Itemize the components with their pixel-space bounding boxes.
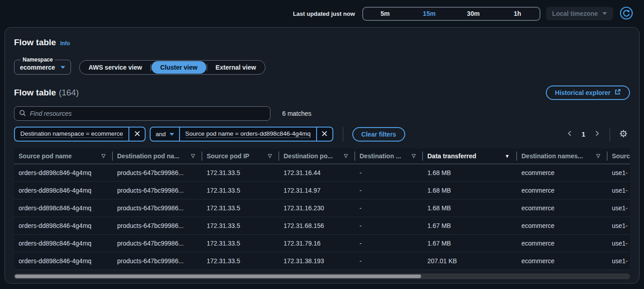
filter-operator-label: and bbox=[156, 131, 166, 137]
column-header-destination-service[interactable]: Destination ...▽ bbox=[355, 148, 423, 164]
namespace-select[interactable]: Namespace ecommerce bbox=[14, 57, 71, 75]
table-cell-destination-pod-name: products-647bc99986... bbox=[113, 164, 202, 181]
column-header-source-pod-ip[interactable]: Source pod IP▽ bbox=[202, 148, 279, 164]
refresh-button[interactable] bbox=[619, 6, 634, 21]
table-row[interactable]: orders-dd898c846-4g4mqproducts-647bc9998… bbox=[14, 252, 630, 270]
table-cell-data-transferred: 1.68 MB bbox=[423, 199, 517, 217]
filter-token-text[interactable]: Destination namespace = ecommerce bbox=[15, 128, 128, 141]
table-cell-destination-pod-ip: 172.31.79.16 bbox=[279, 234, 355, 252]
table-cell-destination-service: - bbox=[355, 234, 423, 252]
clear-filters-button[interactable]: Clear filters bbox=[352, 127, 405, 142]
divider bbox=[343, 127, 343, 142]
time-range-30m[interactable]: 30m bbox=[451, 8, 496, 20]
filter-token-destination-namespace: Destination namespace = ecommerce bbox=[14, 127, 146, 142]
historical-explorer-button[interactable]: Historical explorer bbox=[546, 85, 630, 100]
search-input[interactable] bbox=[30, 110, 265, 117]
previous-page-button[interactable] bbox=[564, 128, 576, 141]
time-range-15m[interactable]: 15m bbox=[407, 8, 451, 20]
table-cell-destination-namespace: ecommerce bbox=[517, 164, 607, 181]
chevron-down-icon bbox=[61, 66, 65, 69]
external-link-icon bbox=[614, 89, 621, 97]
column-header-source-pod-name[interactable]: Source pod name▽ bbox=[14, 148, 113, 164]
table-row[interactable]: orders-dd898c846-4g4mqproducts-647bc9998… bbox=[14, 181, 630, 199]
time-range-5m[interactable]: 5m bbox=[363, 8, 407, 20]
clear-filters-label: Clear filters bbox=[361, 131, 396, 138]
controls-row: Namespace ecommerce AWS service view Clu… bbox=[14, 57, 630, 75]
search-box bbox=[14, 106, 270, 121]
page-title: Flow table bbox=[14, 38, 56, 47]
horizontal-scrollbar[interactable] bbox=[14, 274, 630, 279]
table-row[interactable]: orders-dd898c846-4g4mqproducts-647bc9998… bbox=[14, 164, 630, 181]
column-header-destination-namespace[interactable]: Destination names...▽ bbox=[517, 148, 607, 164]
table-cell-data-transferred: 1.68 MB bbox=[423, 164, 517, 181]
remove-filter-button[interactable] bbox=[129, 128, 145, 141]
view-option-external[interactable]: External view bbox=[207, 61, 265, 74]
search-row: 6 matches bbox=[14, 106, 630, 121]
time-range-1h[interactable]: 1h bbox=[495, 8, 540, 20]
flow-table-head: Source pod name▽Destination pod na...▽So… bbox=[14, 148, 630, 164]
table-cell-source-pod-name: orders-dd898c846-4g4mq bbox=[14, 199, 113, 217]
time-range-group: 5m 15m 30m 1h bbox=[362, 7, 540, 21]
pagination: 1 bbox=[564, 128, 630, 141]
column-header-data-transferred[interactable]: Data transferred▼ bbox=[423, 148, 517, 164]
panel-title-row: Flow table Info bbox=[14, 38, 630, 47]
column-label: Sourc bbox=[612, 152, 630, 160]
flow-table-body: orders-dd898c846-4g4mqproducts-647bc9998… bbox=[14, 164, 630, 270]
flow-table-scroll-area[interactable]: Source pod name▽Destination pod na...▽So… bbox=[14, 148, 630, 270]
view-option-aws-service[interactable]: AWS service view bbox=[80, 61, 151, 74]
table-cell-source-az: use1- bbox=[607, 164, 630, 181]
table-cell-source-pod-name: orders-dd898c846-4g4mq bbox=[14, 252, 113, 270]
info-link[interactable]: Info bbox=[60, 40, 70, 47]
table-cell-destination-pod-name: products-647bc99986... bbox=[113, 217, 202, 234]
table-row[interactable]: orders-dd898c846-4g4mqproducts-647bc9998… bbox=[14, 199, 630, 217]
namespace-value: ecommerce bbox=[20, 64, 55, 71]
table-cell-destination-pod-name: products-647bc99986... bbox=[113, 199, 202, 217]
timezone-select[interactable]: Local timezone bbox=[546, 7, 613, 20]
column-header-source-az[interactable]: Sourc▽ bbox=[607, 148, 630, 164]
last-updated-text: Last updated just now bbox=[293, 10, 355, 17]
flow-table-panel: Flow table Info Namespace ecommerce AWS … bbox=[5, 27, 639, 284]
view-toggle-group: AWS service view Cluster view External v… bbox=[79, 60, 265, 75]
namespace-label: Namespace bbox=[21, 57, 55, 63]
table-settings-button[interactable] bbox=[616, 128, 630, 141]
table-section-header: Flow table(164) Historical explorer bbox=[14, 85, 630, 100]
table-cell-destination-pod-name: products-647bc99986... bbox=[113, 252, 202, 270]
table-cell-source-pod-ip: 172.31.33.5 bbox=[202, 199, 279, 217]
table-cell-destination-service: - bbox=[355, 217, 423, 234]
next-page-button[interactable] bbox=[591, 128, 603, 141]
column-label: Source pod name bbox=[19, 152, 71, 160]
table-cell-destination-pod-ip: 172.31.14.97 bbox=[279, 181, 355, 199]
page-number[interactable]: 1 bbox=[578, 131, 589, 138]
filter-token-text[interactable]: Source pod name = orders-dd898c846-4g4mq bbox=[180, 128, 316, 141]
close-icon bbox=[134, 131, 140, 138]
table-cell-destination-pod-ip: 172.31.68.156 bbox=[279, 217, 355, 234]
chevron-right-icon bbox=[593, 130, 601, 138]
table-row[interactable]: orders-dd898c846-4g4mqproducts-647bc9998… bbox=[14, 217, 630, 234]
table-cell-destination-pod-ip: 172.31.38.193 bbox=[279, 252, 355, 270]
remove-filter-button[interactable] bbox=[317, 128, 332, 141]
flow-table: Source pod name▽Destination pod na...▽So… bbox=[14, 148, 630, 270]
table-row[interactable]: orders-dd898c846-4g4mqproducts-647bc9998… bbox=[14, 234, 630, 252]
table-cell-source-pod-ip: 172.31.33.5 bbox=[202, 252, 279, 270]
filter-token-source-pod: and Source pod name = orders-dd898c846-4… bbox=[150, 127, 333, 142]
top-toolbar: Last updated just now 5m 15m 30m 1h Loca… bbox=[0, 0, 644, 27]
table-title-group: Flow table(164) bbox=[14, 88, 79, 98]
table-cell-source-pod-name: orders-dd898c846-4g4mq bbox=[14, 217, 113, 234]
column-header-destination-pod-ip[interactable]: Destination po...▽ bbox=[279, 148, 355, 164]
view-option-cluster[interactable]: Cluster view bbox=[152, 61, 206, 74]
sort-icon: ▽ bbox=[412, 153, 418, 159]
sort-icon: ▼ bbox=[505, 153, 512, 159]
gear-icon bbox=[619, 129, 628, 139]
table-cell-destination-pod-name: products-647bc99986... bbox=[113, 181, 202, 199]
sort-icon: ▽ bbox=[344, 153, 350, 159]
filter-row: Destination namespace = ecommerce and So… bbox=[14, 127, 630, 142]
column-header-destination-pod-name[interactable]: Destination pod na...▽ bbox=[113, 148, 202, 164]
search-icon bbox=[19, 109, 26, 118]
filter-operator-select[interactable]: and bbox=[151, 128, 179, 141]
column-label: Destination ... bbox=[360, 152, 401, 160]
table-cell-destination-namespace: ecommerce bbox=[517, 234, 607, 252]
table-cell-source-pod-name: orders-dd898c846-4g4mq bbox=[14, 181, 113, 199]
scrollbar-thumb[interactable] bbox=[15, 275, 421, 278]
column-label: Source pod IP bbox=[207, 152, 249, 160]
table-cell-destination-pod-ip: 172.31.16.230 bbox=[279, 199, 355, 217]
